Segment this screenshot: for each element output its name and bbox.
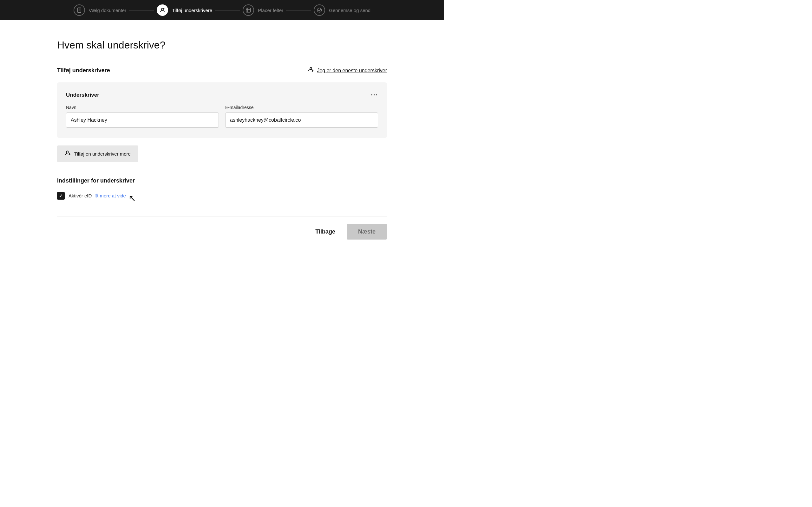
nav-step-signers-label: Tilføj underskrivere: [172, 8, 212, 13]
signer-card-title: Underskriver: [66, 92, 99, 98]
next-button[interactable]: Næste: [347, 224, 387, 239]
back-button[interactable]: Tilbage: [309, 225, 342, 239]
nav-connector-3: [286, 10, 311, 10]
activate-eid-row: ✓ Aktivér eID få mere at vide ↖: [57, 190, 387, 201]
nav-connector-1: [129, 10, 154, 10]
sole-signer-button[interactable]: Jeg er den eneste underskriver: [307, 66, 387, 75]
add-signers-title: Tilføj underskrivere: [57, 67, 110, 74]
add-signers-section-header: Tilføj underskrivere Jeg er den eneste u…: [57, 66, 387, 75]
svg-rect-7: [246, 8, 251, 12]
nav-step-documents-label: Vælg dokumenter: [89, 8, 126, 13]
activate-eid-checkbox[interactable]: ✓: [57, 192, 65, 200]
add-signer-button[interactable]: Tilføj en underskriver mere: [57, 146, 138, 162]
top-navigation: Vælg dokumenter Tilføj underskrivere Pla…: [0, 0, 444, 20]
svg-point-4: [161, 8, 163, 10]
nav-step-documents[interactable]: Vælg dokumenter: [73, 4, 126, 16]
review-icon: [314, 4, 325, 16]
checkmark-icon: ✓: [59, 193, 63, 199]
learn-more-link[interactable]: få mere at vide: [95, 193, 126, 199]
signer-card: Underskriver ··· Navn E-mailadresse: [57, 82, 387, 138]
footer-actions: Tilbage Næste: [57, 224, 387, 239]
fields-icon: [243, 4, 254, 16]
cursor-pointer: ↖: [129, 193, 136, 204]
nav-step-fields-label: Placer felter: [258, 8, 283, 13]
svg-point-10: [317, 8, 322, 12]
email-label: E-mailadresse: [225, 105, 378, 110]
email-form-group: E-mailadresse: [225, 105, 378, 128]
nav-connector-2: [215, 10, 240, 10]
nav-step-signers[interactable]: Tilføj underskrivere: [157, 4, 212, 16]
email-input[interactable]: [225, 112, 378, 128]
sole-signer-label: Jeg er den eneste underskriver: [317, 68, 387, 73]
add-signer-icon: [65, 150, 71, 158]
documents-icon: [73, 4, 85, 16]
name-form-group: Navn: [66, 105, 219, 128]
settings-title: Indstillinger for underskriver: [57, 177, 387, 184]
add-signer-label: Tilføj en underskriver mere: [74, 151, 131, 157]
more-menu-button[interactable]: ···: [371, 91, 378, 99]
svg-point-11: [66, 151, 68, 153]
nav-step-review-label: Gennemse og send: [329, 8, 370, 13]
sole-signer-icon: [307, 66, 314, 75]
nav-step-review[interactable]: Gennemse og send: [314, 4, 370, 16]
signer-card-header: Underskriver ···: [66, 91, 378, 99]
page-title: Hvem skal underskrive?: [57, 39, 387, 51]
name-label: Navn: [66, 105, 219, 110]
signer-form-row: Navn E-mailadresse: [66, 105, 378, 128]
nav-step-fields[interactable]: Placer felter: [243, 4, 283, 16]
activate-eid-label: Aktivér eID få mere at vide: [68, 193, 126, 199]
name-input[interactable]: [66, 112, 219, 128]
main-content: Hvem skal underskrive? Tilføj underskriv…: [32, 20, 412, 252]
signers-icon: [157, 4, 168, 16]
bottom-divider: [57, 216, 387, 216]
